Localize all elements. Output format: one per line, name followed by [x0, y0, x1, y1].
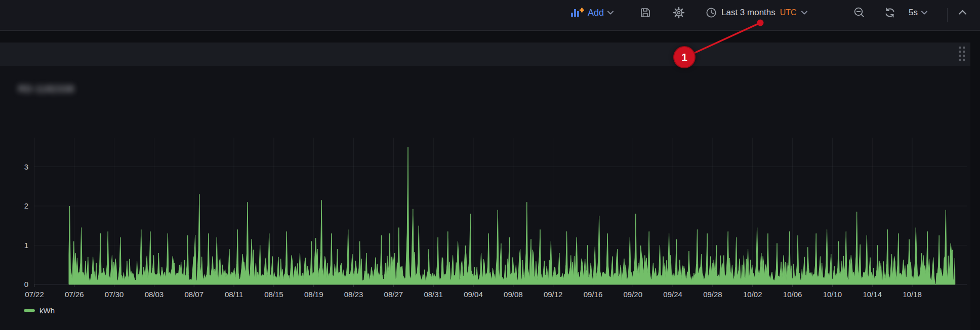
x-tick-label: 08/07: [185, 290, 204, 299]
x-tick-label: 09/20: [624, 290, 643, 299]
y-tick-label: 0: [24, 280, 28, 288]
x-tick-label: 08/19: [304, 290, 323, 299]
kwh-area-series: [69, 147, 955, 284]
x-tick-label: 10/18: [903, 290, 922, 299]
x-tick-label: 09/16: [584, 290, 603, 299]
x-tick-label: 08/15: [264, 290, 283, 299]
x-tick-label: 08/11: [225, 290, 243, 299]
x-tick-label: 10/06: [783, 290, 802, 299]
annotation-number: 1: [681, 51, 687, 63]
x-tick-label: 10/10: [823, 290, 842, 299]
x-tick-label: 09/08: [504, 290, 523, 299]
x-tick-label: 08/31: [424, 290, 443, 299]
grafana-dashboard: Add: [0, 0, 980, 330]
x-tick-label: 08/27: [384, 290, 403, 299]
x-tick-label: 09/04: [464, 290, 483, 299]
x-tick-label: 10/14: [863, 290, 882, 299]
x-tick-label: 09/12: [544, 290, 563, 299]
x-tick-label: 09/28: [703, 290, 722, 299]
x-tick-label: 07/26: [65, 290, 84, 299]
timeseries-chart[interactable]: 07/2207/2607/3008/0308/0708/1108/1508/19…: [0, 0, 980, 330]
y-tick-label: 3: [24, 162, 28, 171]
x-tick-label: 08/03: [145, 290, 164, 299]
x-tick-label: 07/30: [105, 290, 124, 299]
y-tick-label: 1: [24, 241, 28, 250]
annotation-badge: 1: [673, 46, 696, 68]
x-tick-label: 09/24: [663, 290, 682, 299]
x-tick-label: 10/02: [743, 290, 762, 299]
y-tick-label: 2: [24, 201, 28, 210]
x-tick-label: 07/22: [25, 290, 44, 299]
x-tick-label: 08/23: [344, 290, 363, 299]
